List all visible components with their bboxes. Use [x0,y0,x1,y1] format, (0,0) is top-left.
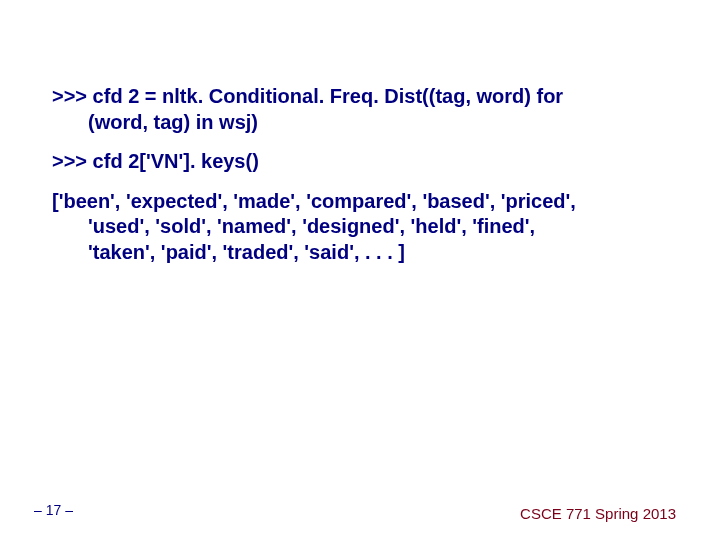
code-block-2: >>> cfd 2['VN']. keys() [52,149,680,175]
code-block-3: ['been', 'expected', 'made', 'compared',… [52,189,680,266]
code-line: >>> cfd 2 = nltk. Conditional. Freq. Dis… [52,84,680,110]
code-line: 'taken', 'paid', 'traded', 'said', . . .… [52,240,680,266]
page-number: – 17 – [34,502,73,518]
code-line: ['been', 'expected', 'made', 'compared',… [52,189,680,215]
slide-content: >>> cfd 2 = nltk. Conditional. Freq. Dis… [52,84,680,280]
code-line: (word, tag) in wsj) [52,110,680,136]
course-label: CSCE 771 Spring 2013 [520,505,676,522]
slide-container: >>> cfd 2 = nltk. Conditional. Freq. Dis… [0,0,720,540]
code-block-1: >>> cfd 2 = nltk. Conditional. Freq. Dis… [52,84,680,135]
code-line: 'used', 'sold', 'named', 'designed', 'he… [52,214,680,240]
code-line: >>> cfd 2['VN']. keys() [52,149,680,175]
